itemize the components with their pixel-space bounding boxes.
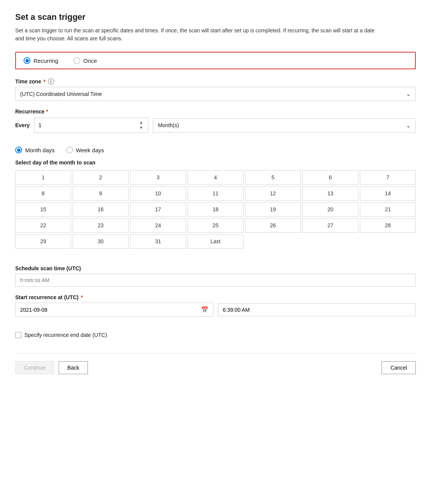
once-radio[interactable] xyxy=(73,57,80,64)
schedule-time-label: Schedule scan time (UTC) xyxy=(15,265,416,271)
month-days-option[interactable]: Month days xyxy=(15,147,55,153)
calendar-empty-cell xyxy=(245,234,301,249)
footer-bar: Continue Back Cancel xyxy=(15,353,416,382)
calendar-day-cell[interactable]: 16 xyxy=(73,202,129,217)
calendar-day-cell[interactable]: 3 xyxy=(130,170,186,185)
recurrence-required-star: * xyxy=(46,108,48,115)
period-value: Month(s) xyxy=(158,122,179,128)
calendar-group: Select day of the month to scan 12345678… xyxy=(15,159,416,258)
day-type-group: Month days Week days xyxy=(15,147,416,153)
spinner-down-btn[interactable]: ▼ xyxy=(138,126,144,130)
calendar-day-cell[interactable]: Last xyxy=(188,234,243,249)
calendar-day-cell[interactable]: 6 xyxy=(302,170,358,185)
calendar-day-cell[interactable]: 19 xyxy=(245,202,301,217)
end-date-label: Specify recurrence end date (UTC) xyxy=(24,332,107,338)
calendar-day-cell[interactable]: 10 xyxy=(130,186,186,201)
calendar-empty-cell xyxy=(302,234,358,249)
calendar-day-cell[interactable]: 5 xyxy=(245,170,301,185)
chevron-down-icon: ⌄ xyxy=(406,90,411,97)
back-button[interactable]: Back xyxy=(59,361,88,374)
every-label: Every xyxy=(15,122,30,128)
calendar-day-cell[interactable]: 31 xyxy=(130,234,186,249)
month-days-radio[interactable] xyxy=(15,147,22,153)
recurrence-label: Recurrence * xyxy=(15,108,416,115)
page-title: Set a scan trigger xyxy=(15,12,416,22)
period-chevron-icon: ⌄ xyxy=(406,122,411,129)
end-date-checkbox[interactable] xyxy=(15,332,21,338)
calendar-day-cell[interactable]: 30 xyxy=(73,234,129,249)
once-option[interactable]: Once xyxy=(73,57,97,64)
calendar-day-cell[interactable]: 27 xyxy=(302,218,358,233)
page-description: Set a scan trigger to run the scan at sp… xyxy=(15,27,380,43)
recurring-option[interactable]: Recurring xyxy=(24,57,58,64)
every-number-input[interactable]: 1 ▲ ▼ xyxy=(34,118,148,133)
timezone-dropdown[interactable]: (UTC) Coordinated Universal Time ⌄ xyxy=(15,87,416,101)
calendar-day-cell[interactable]: 20 xyxy=(302,202,358,217)
calendar-grid: 1234567891011121314151617181920212223242… xyxy=(15,170,416,249)
calendar-day-cell[interactable]: 7 xyxy=(360,170,416,185)
spinner-buttons[interactable]: ▲ ▼ xyxy=(138,120,144,130)
start-recurrence-label: Start recurrence at (UTC) * xyxy=(15,294,416,300)
calendar-icon[interactable]: 📅 xyxy=(201,306,208,313)
start-recurrence-row: 2021-09-08 📅 6:39:00 AM xyxy=(15,303,416,317)
date-input-box[interactable]: 2021-09-08 📅 xyxy=(15,303,213,317)
calendar-day-cell[interactable]: 8 xyxy=(15,186,71,201)
footer-left: Continue Back xyxy=(15,361,88,374)
calendar-day-cell[interactable]: 12 xyxy=(245,186,301,201)
every-number-field[interactable]: 1 xyxy=(38,122,138,128)
calendar-day-cell[interactable]: 13 xyxy=(302,186,358,201)
timezone-value: (UTC) Coordinated Universal Time xyxy=(20,91,102,97)
calendar-day-cell[interactable]: 22 xyxy=(15,218,71,233)
info-icon[interactable]: i xyxy=(48,78,54,85)
calendar-day-cell[interactable]: 4 xyxy=(188,170,243,185)
recurring-radio[interactable] xyxy=(24,57,30,64)
every-row: Every 1 ▲ ▼ Month(s) ⌄ xyxy=(15,118,416,133)
cancel-button[interactable]: Cancel xyxy=(382,361,416,374)
recurring-label: Recurring xyxy=(33,57,58,64)
calendar-day-cell[interactable]: 25 xyxy=(188,218,243,233)
calendar-sublabel: Select day of the month to scan xyxy=(15,159,416,166)
timezone-group: Time zone * i (UTC) Coordinated Universa… xyxy=(15,78,416,101)
calendar-day-cell[interactable]: 28 xyxy=(360,218,416,233)
trigger-type-group: Recurring Once xyxy=(15,52,416,69)
calendar-day-cell[interactable]: 21 xyxy=(360,202,416,217)
week-days-option[interactable]: Week days xyxy=(66,147,104,153)
calendar-empty-cell xyxy=(360,234,416,249)
once-label: Once xyxy=(83,57,97,64)
calendar-day-cell[interactable]: 18 xyxy=(188,202,243,217)
calendar-day-cell[interactable]: 29 xyxy=(15,234,71,249)
calendar-day-cell[interactable]: 24 xyxy=(130,218,186,233)
start-recurrence-star: * xyxy=(81,294,83,300)
calendar-day-cell[interactable]: 1 xyxy=(15,170,71,185)
spinner-up-btn[interactable]: ▲ xyxy=(138,120,144,125)
calendar-day-cell[interactable]: 11 xyxy=(188,186,243,201)
calendar-day-cell[interactable]: 9 xyxy=(73,186,129,201)
continue-button[interactable]: Continue xyxy=(15,361,54,374)
timezone-label: Time zone * i xyxy=(15,78,416,85)
week-days-radio[interactable] xyxy=(66,147,73,153)
calendar-day-cell[interactable]: 2 xyxy=(73,170,129,185)
schedule-time-input[interactable] xyxy=(15,274,416,287)
calendar-day-cell[interactable]: 26 xyxy=(245,218,301,233)
calendar-day-cell[interactable]: 17 xyxy=(130,202,186,217)
end-date-row: Specify recurrence end date (UTC) xyxy=(15,332,416,338)
recurrence-section: Recurrence * Every 1 ▲ ▼ Month(s) ⌄ xyxy=(15,108,416,133)
calendar-day-cell[interactable]: 14 xyxy=(360,186,416,201)
month-days-label: Month days xyxy=(25,147,55,153)
calendar-day-cell[interactable]: 15 xyxy=(15,202,71,217)
calendar-day-cell[interactable]: 23 xyxy=(73,218,129,233)
date-input-field[interactable]: 2021-09-08 xyxy=(20,307,201,313)
start-recurrence-group: Start recurrence at (UTC) * 2021-09-08 📅… xyxy=(15,294,416,317)
time-input-box[interactable]: 6:39:00 AM xyxy=(218,303,416,316)
week-days-label: Week days xyxy=(76,147,104,153)
period-dropdown[interactable]: Month(s) ⌄ xyxy=(153,118,416,132)
schedule-time-group: Schedule scan time (UTC) xyxy=(15,265,416,287)
required-star: * xyxy=(43,78,45,85)
